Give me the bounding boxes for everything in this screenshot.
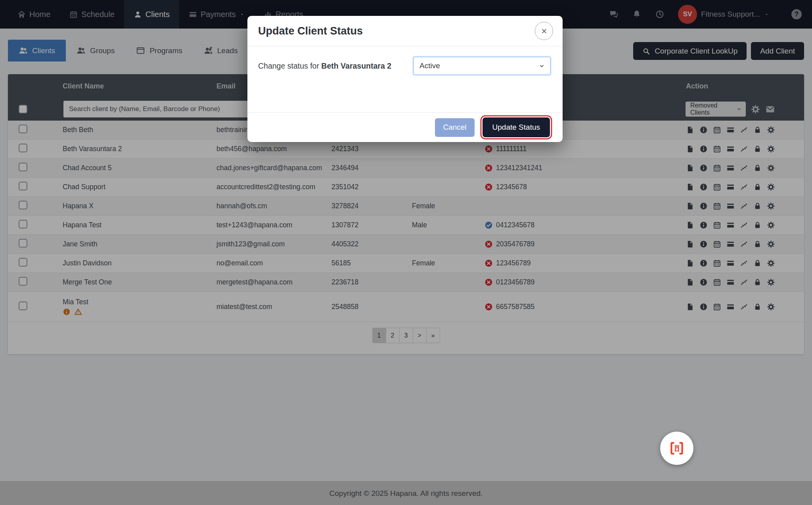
close-button[interactable] xyxy=(535,22,553,40)
status-select[interactable]: Active xyxy=(413,57,551,75)
update-status-button[interactable]: Update Status xyxy=(483,117,550,137)
cancel-button[interactable]: Cancel xyxy=(435,118,474,137)
barcode-scan-button[interactable] xyxy=(660,432,693,465)
modal-title: Update Client Status xyxy=(258,25,363,37)
update-client-status-modal: Update Client Status Change status for B… xyxy=(247,16,563,142)
modal-body: Change status for Beth Varasuntara 2 Act… xyxy=(247,46,563,112)
change-status-label: Change status for Beth Varasuntara 2 xyxy=(258,57,391,75)
close-icon xyxy=(540,27,548,35)
barcode-scan-icon xyxy=(668,440,686,457)
chevron-down-icon xyxy=(538,63,545,69)
client-name-bold: Beth Varasuntara 2 xyxy=(321,61,391,70)
app-root: HomeScheduleClientsPaymentsReports SV Fi… xyxy=(0,0,812,505)
modal-header: Update Client Status xyxy=(247,16,563,46)
modal-footer: Cancel Update Status xyxy=(247,112,563,142)
